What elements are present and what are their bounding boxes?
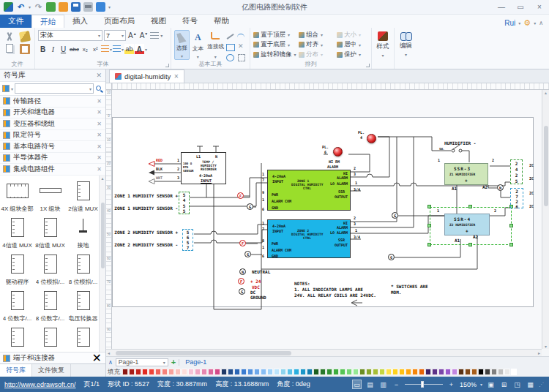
selection-handle[interactable] <box>427 205 431 208</box>
style-button[interactable]: 样式 ▾ <box>377 30 389 58</box>
symbol-item[interactable]: 4 位数字/... <box>1 287 34 323</box>
color-swatch[interactable] <box>320 369 326 375</box>
color-swatch[interactable] <box>182 369 187 375</box>
color-swatch[interactable] <box>438 369 444 375</box>
color-swatch[interactable] <box>267 369 273 375</box>
line-tool-icon[interactable] <box>225 32 236 42</box>
page-selector[interactable]: Page-1▾ <box>116 358 168 366</box>
underline-button[interactable]: U <box>59 44 68 54</box>
zone2-humidity-controller-shape[interactable]: 4-20mA INPUT ZONE 2 DIGITAL HUMIDITY CTR… <box>267 219 351 258</box>
bold-button[interactable]: B <box>38 44 48 54</box>
list-caret-icon[interactable]: ▾ <box>122 47 124 52</box>
gallery-scrollbar[interactable]: ▴ <box>99 176 105 353</box>
page-viewport[interactable]: 100102030405060708090 <box>106 90 549 349</box>
library-item-close-icon[interactable]: ✕ <box>97 154 102 161</box>
library-list-item[interactable]: 传输路径 ✕ <box>0 96 105 108</box>
color-swatch[interactable] <box>155 369 161 375</box>
arrange-dialog-launcher[interactable] <box>366 64 370 67</box>
color-swatch[interactable] <box>122 369 128 375</box>
color-swatch[interactable] <box>498 369 504 375</box>
horizontal-scroll-thumb[interactable] <box>116 351 291 355</box>
color-swatch[interactable] <box>419 369 425 375</box>
library-list-item[interactable]: 开关和继电器 ✕ <box>0 108 105 119</box>
paste-icon[interactable] <box>20 44 30 54</box>
color-swatch[interactable] <box>168 369 174 375</box>
color-swatch[interactable] <box>353 369 359 375</box>
superscript-button[interactable]: x² <box>91 44 100 54</box>
color-swatch[interactable] <box>221 369 227 375</box>
menu-tab[interactable]: 页面布局 <box>96 15 143 28</box>
rectangle-tool-icon[interactable] <box>225 42 236 52</box>
color-swatch[interactable] <box>465 369 471 375</box>
shrink-font-button[interactable]: A▼ <box>139 31 149 39</box>
qat-more-caret-icon[interactable]: ▾ <box>108 4 111 10</box>
zoom-slider-thumb[interactable] <box>421 381 424 388</box>
symbol-item[interactable]: 驱动程序 <box>1 250 34 287</box>
color-swatch[interactable] <box>504 369 510 375</box>
arrange-button[interactable]: 置于顶层▾ <box>253 31 299 39</box>
selection-handle[interactable] <box>468 243 472 246</box>
vertical-scrollbar[interactable]: ▴ ▾ <box>542 90 549 349</box>
color-swatch[interactable] <box>452 369 458 375</box>
library-item-close-icon[interactable]: ✕ <box>97 109 102 116</box>
align-caret-icon[interactable]: ▾ <box>160 33 163 38</box>
search-icon[interactable] <box>96 86 101 91</box>
symbol-item[interactable]: 接地 <box>67 214 100 250</box>
menu-tab[interactable]: 插入 <box>64 15 96 28</box>
copy-icon[interactable] <box>6 44 13 53</box>
vertical-scroll-thumb[interactable] <box>544 126 548 206</box>
horizontal-scrollbar[interactable]: ◂ ▸ <box>106 349 542 356</box>
color-swatch[interactable] <box>406 369 411 375</box>
color-swatch[interactable] <box>326 369 332 375</box>
color-swatch[interactable] <box>287 369 293 375</box>
zoom-caret-icon[interactable]: ▾ <box>480 382 482 387</box>
color-swatch[interactable] <box>346 369 352 375</box>
selection-handle[interactable] <box>509 243 513 246</box>
arrange-button[interactable]: 分布▾ <box>299 50 337 59</box>
user-caret-icon[interactable]: ▾ <box>518 20 520 26</box>
italic-button[interactable]: I <box>48 44 58 54</box>
library-item-close-icon[interactable]: ✕ <box>97 98 102 105</box>
font-size-select[interactable]: 7▾ <box>104 30 126 41</box>
color-swatch[interactable] <box>359 369 365 375</box>
library-list-item[interactable]: 限定符号 ✕ <box>0 130 105 142</box>
symbol-item[interactable]: 8 位数字/... <box>34 287 67 323</box>
color-swatch[interactable] <box>294 369 299 375</box>
color-swatch[interactable] <box>313 369 319 375</box>
menu-tab[interactable]: 视图 <box>143 15 174 28</box>
font-family-select[interactable]: 宋体▾ <box>38 30 102 41</box>
bullet-list-icon[interactable] <box>113 45 121 53</box>
zoom-slider[interactable] <box>405 384 443 385</box>
format-painter-icon[interactable] <box>19 31 31 42</box>
color-swatch[interactable] <box>135 369 141 375</box>
library-item-close-icon[interactable]: ✕ <box>97 121 102 127</box>
add-page-button[interactable]: + <box>171 358 176 366</box>
font-color-caret-icon[interactable]: ▾ <box>145 47 147 52</box>
connector-tool-button[interactable]: 连接线 ▾ <box>206 30 225 60</box>
page-tab[interactable]: Page-1 <box>182 358 209 366</box>
grow-font-button[interactable]: A▲ <box>127 31 138 39</box>
export-icon[interactable] <box>59 2 68 12</box>
redo-icon[interactable]: ↷ <box>34 2 43 12</box>
library-list-item[interactable]: 半导体器件 ✕ <box>0 153 105 165</box>
menu-tab[interactable]: 开始 <box>31 15 64 28</box>
color-swatch[interactable] <box>485 369 490 375</box>
edrawsoft-link[interactable]: http://www.edrawsoft.cn/ <box>4 381 76 388</box>
color-swatch[interactable] <box>511 369 517 375</box>
selection-handle[interactable] <box>468 205 472 208</box>
scroll-left-icon[interactable]: ◂ <box>108 350 110 355</box>
library-item-close-icon[interactable]: ✕ <box>97 166 102 173</box>
fit-page-icon[interactable]: ▣ <box>486 380 496 389</box>
color-swatch[interactable] <box>274 369 280 375</box>
normal-view-icon[interactable]: ▭ <box>352 380 362 389</box>
magnifier-icon[interactable]: ◳ <box>512 380 522 389</box>
color-swatch[interactable] <box>307 369 313 375</box>
temp-humidity-recorder-shape[interactable]: L1 N 100 Ω RTD SENSOR TEMP / HUMIDITY RE… <box>181 152 226 184</box>
indicator-lamp-pl4[interactable] <box>367 134 376 143</box>
select-tool-button[interactable]: 选择 ▾ <box>174 30 190 60</box>
scroll-up-icon[interactable]: ▴ <box>101 176 103 181</box>
user-account-label[interactable]: Rui <box>504 19 515 27</box>
align-text-icon[interactable] <box>150 32 159 39</box>
undo-caret-icon[interactable]: ▾ <box>29 4 31 10</box>
undo-icon[interactable]: ↶ <box>16 2 26 12</box>
